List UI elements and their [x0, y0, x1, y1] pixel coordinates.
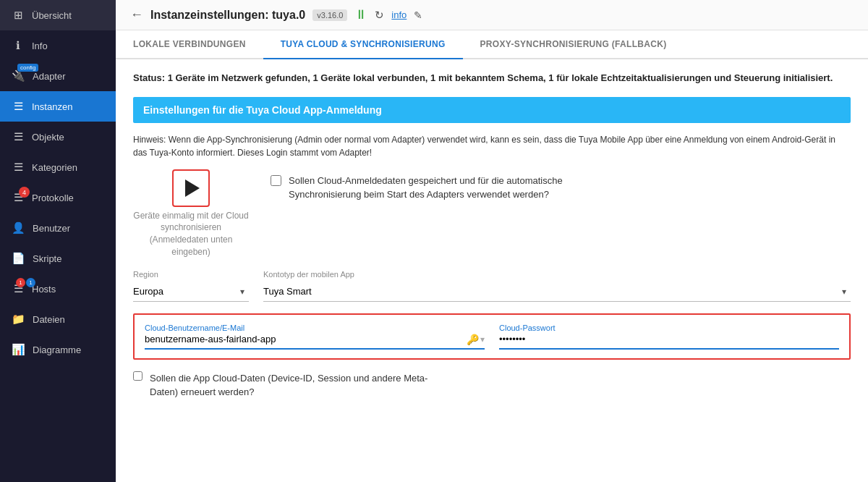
- section-header: Einstellungen für die Tuya Cloud App-Anm…: [133, 97, 851, 123]
- password-field-group: Cloud-Passwort •: [499, 324, 839, 350]
- sidebar-label-adapter: Adapter: [33, 71, 66, 82]
- diagramme-icon: 📊: [12, 343, 25, 356]
- checkbox1[interactable]: [271, 175, 281, 186]
- protokolle-badge: 4: [19, 187, 30, 198]
- adapter-badge: config: [17, 64, 38, 72]
- back-button[interactable]: ←: [130, 7, 143, 22]
- region-label: Region: [133, 270, 249, 279]
- username-label: Cloud-Benutzername/E-Mail: [145, 324, 485, 332]
- sidebar-item-diagramme[interactable]: 📊 Diagramme: [0, 334, 116, 365]
- header-bar: ← Instanzeinstellungen: tuya.0 v3.16.0 ⏸…: [116, 0, 868, 30]
- sidebar-item-benutzer[interactable]: 👤 Benutzer: [0, 213, 116, 243]
- sidebar-label-benutzer: Benutzer: [33, 223, 70, 234]
- hosts-badge-a: 1: [16, 278, 25, 287]
- sidebar-item-skripte[interactable]: 📄 Skripte: [0, 243, 116, 274]
- objekte-icon: ☰: [12, 130, 25, 143]
- status-text: Status: 1 Geräte im Netzwerk gefunden, 1…: [133, 71, 851, 85]
- password-label: Cloud-Passwort: [499, 324, 839, 332]
- edit-icon[interactable]: ✎: [414, 9, 422, 21]
- hint-text: Hinweis: Wenn die App-Synchronisierung (…: [133, 133, 851, 159]
- region-group: Region Europa Amerika Asien Indien West-…: [133, 270, 249, 302]
- content-area: Status: 1 Geräte im Netzwerk gefunden, 1…: [116, 59, 868, 482]
- region-select[interactable]: Europa Amerika Asien Indien West-Amerika: [133, 282, 249, 302]
- kategorien-icon: ☰: [12, 161, 25, 174]
- info-icon: ℹ: [12, 39, 25, 52]
- password-input[interactable]: [499, 334, 833, 344]
- play-icon: [185, 179, 200, 197]
- password-input-wrap: •: [499, 334, 839, 350]
- sidebar-item-protokolle[interactable]: ☰ Protokolle 4: [0, 182, 116, 213]
- sidebar-label-objekte: Objekte: [32, 132, 64, 143]
- kontotyp-label: Kontotyp der mobilen App: [263, 270, 851, 279]
- sidebar-label-protokolle: Protokolle: [32, 193, 74, 203]
- region-row: Region Europa Amerika Asien Indien West-…: [133, 270, 851, 302]
- checkbox2-label: Sollen die App Cloud-Daten (Device-ID, S…: [150, 371, 439, 399]
- sidebar-item-objekte[interactable]: ☰ Objekte: [0, 122, 116, 152]
- credential-box: Cloud-Benutzername/E-Mail 🔑 ▾ Cloud-Pass…: [133, 313, 851, 360]
- sync-button-label: Geräte einmalig mit der Cloud synchronis…: [133, 210, 249, 258]
- sidebar: ⊞ Übersicht ℹ Info 🔌 Adapter config ☰ In…: [0, 0, 116, 482]
- kontotyp-select[interactable]: Tuya Smart Smart Life: [263, 282, 851, 302]
- sync-button[interactable]: [172, 169, 210, 207]
- sidebar-label-info: Info: [32, 41, 48, 51]
- pause-icon[interactable]: ⏸: [354, 7, 367, 22]
- benutzer-icon: 👤: [12, 221, 25, 234]
- main-panel: ← Instanzeinstellungen: tuya.0 v3.16.0 ⏸…: [116, 0, 868, 482]
- instanzen-icon: ☰: [12, 100, 25, 113]
- key-icon: 🔑: [467, 334, 479, 345]
- sidebar-item-instanzen[interactable]: ☰ Instanzen: [0, 91, 116, 122]
- sidebar-label-hosts: Hosts: [32, 284, 56, 295]
- info-link[interactable]: info: [391, 9, 407, 20]
- tab-lokale[interactable]: LOKALE VERBINDUNGEN: [116, 30, 263, 59]
- tab-proxy[interactable]: PROXY-SYNCHRONISIERUNG (FALLBACK): [463, 30, 684, 59]
- grid-icon: ⊞: [12, 9, 25, 22]
- sidebar-item-ubersicht[interactable]: ⊞ Übersicht: [0, 0, 116, 30]
- sidebar-label-diagramme: Diagramme: [33, 344, 81, 355]
- kontotyp-select-wrap: Tuya Smart Smart Life ▾: [263, 282, 851, 302]
- username-input[interactable]: [145, 334, 464, 344]
- tabs-bar: LOKALE VERBINDUNGEN TUYA CLOUD & SYNCHRO…: [116, 30, 868, 59]
- skripte-icon: 📄: [12, 252, 25, 265]
- username-input-wrap: 🔑 ▾: [145, 334, 485, 350]
- kontotyp-group: Kontotyp der mobilen App Tuya Smart Smar…: [263, 270, 851, 302]
- sidebar-label-ubersicht: Übersicht: [32, 10, 72, 21]
- sidebar-item-kategorien[interactable]: ☰ Kategorien: [0, 152, 116, 182]
- checkbox1-row: Sollen Cloud-Anmeldedaten gespeichert un…: [271, 174, 578, 202]
- dateien-icon: 📁: [12, 313, 25, 326]
- sidebar-item-info[interactable]: ℹ Info: [0, 30, 116, 61]
- region-select-wrap: Europa Amerika Asien Indien West-Amerika…: [133, 282, 249, 302]
- version-badge: v3.16.0: [312, 9, 347, 21]
- page-title: Instanzeinstellungen: tuya.0: [150, 9, 305, 22]
- tab-tuya[interactable]: TUYA CLOUD & SYNCHRONISIERUNG: [263, 30, 463, 59]
- hosts-badge-b: 1: [26, 278, 35, 287]
- sync-button-wrap: Geräte einmalig mit der Cloud synchronis…: [133, 169, 249, 258]
- sidebar-label-skripte: Skripte: [33, 253, 61, 264]
- sidebar-item-adapter[interactable]: 🔌 Adapter config: [0, 61, 116, 91]
- sync-row: Geräte einmalig mit der Cloud synchronis…: [133, 169, 851, 258]
- username-field-group: Cloud-Benutzername/E-Mail 🔑 ▾: [145, 324, 485, 350]
- checkbox2-row: Sollen die App Cloud-Daten (Device-ID, S…: [133, 371, 851, 399]
- sidebar-item-dateien[interactable]: 📁 Dateien: [0, 304, 116, 334]
- sidebar-label-kategorien: Kategorien: [32, 162, 77, 173]
- sidebar-label-instanzen: Instanzen: [32, 101, 72, 112]
- key-dropdown-icon: ▾: [480, 334, 485, 344]
- checkbox2[interactable]: [133, 371, 142, 381]
- sidebar-item-hosts[interactable]: ☰ Hosts 1 1: [0, 274, 116, 304]
- checkbox1-label: Sollen Cloud-Anmeldedaten gespeichert un…: [289, 174, 578, 202]
- sidebar-label-dateien: Dateien: [33, 314, 65, 325]
- refresh-icon[interactable]: ↻: [375, 9, 384, 22]
